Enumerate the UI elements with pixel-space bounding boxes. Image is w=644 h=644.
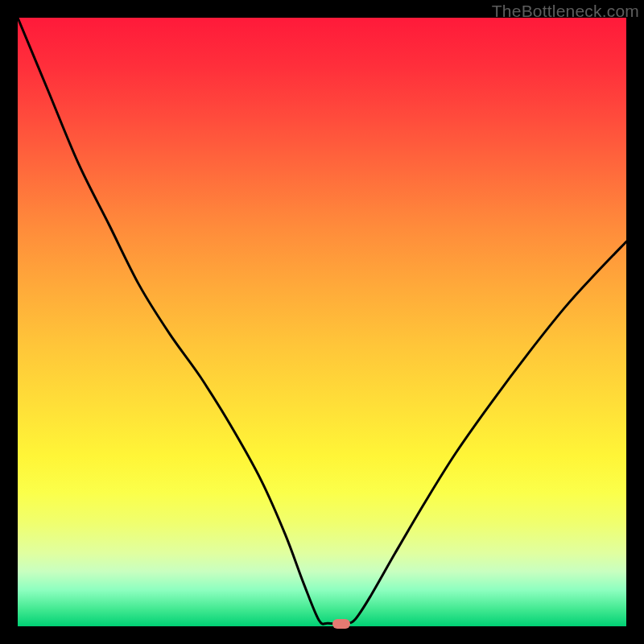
chart-frame: TheBottleneck.com: [0, 0, 644, 644]
watermark-text: TheBottleneck.com: [492, 2, 639, 21]
bottleneck-curve: [18, 18, 626, 626]
plot-area: [18, 18, 626, 626]
optimal-point-marker: [332, 619, 350, 629]
